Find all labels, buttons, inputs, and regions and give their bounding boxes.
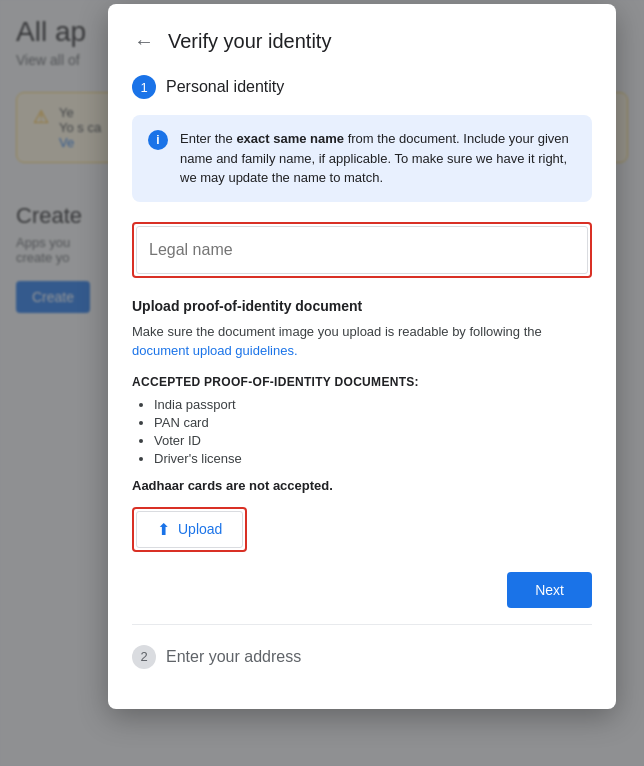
upload-button[interactable]: ⬆ Upload bbox=[136, 511, 243, 548]
upload-icon: ⬆ bbox=[157, 520, 170, 539]
step1-header: 1 Personal identity bbox=[132, 75, 592, 99]
modal-title: Verify your identity bbox=[168, 30, 331, 53]
legal-name-wrapper bbox=[132, 222, 592, 278]
verify-identity-modal: ← Verify your identity 1 Personal identi… bbox=[108, 4, 616, 709]
list-item: India passport bbox=[154, 397, 592, 412]
step1-title: Personal identity bbox=[166, 78, 284, 96]
step2-section: 2 Enter your address bbox=[132, 624, 592, 669]
step1-circle: 1 bbox=[132, 75, 156, 99]
info-text: Enter the exact same name from the docum… bbox=[180, 129, 576, 188]
list-item: PAN card bbox=[154, 415, 592, 430]
next-button[interactable]: Next bbox=[507, 572, 592, 608]
upload-title: Upload proof-of-identity document bbox=[132, 298, 592, 314]
next-row: Next bbox=[132, 572, 592, 608]
legal-name-input[interactable] bbox=[136, 226, 588, 274]
back-arrow-icon: ← bbox=[134, 30, 154, 53]
info-icon: i bbox=[148, 130, 168, 150]
accepted-title: ACCEPTED PROOF-OF-IDENTITY DOCUMENTS: bbox=[132, 375, 592, 389]
accepted-docs-list: India passport PAN card Voter ID Driver'… bbox=[132, 397, 592, 466]
upload-guidelines-link[interactable]: document upload guidelines. bbox=[132, 343, 298, 358]
list-item: Driver's license bbox=[154, 451, 592, 466]
list-item: Voter ID bbox=[154, 433, 592, 448]
upload-btn-wrapper: ⬆ Upload bbox=[132, 507, 247, 552]
upload-label: Upload bbox=[178, 521, 222, 537]
step2-title: Enter your address bbox=[166, 648, 301, 666]
back-button[interactable]: ← bbox=[132, 28, 156, 55]
upload-desc: Make sure the document image you upload … bbox=[132, 322, 592, 361]
modal-header: ← Verify your identity bbox=[132, 28, 592, 55]
info-box: i Enter the exact same name from the doc… bbox=[132, 115, 592, 202]
step2-circle: 2 bbox=[132, 645, 156, 669]
step1-section: 1 Personal identity i Enter the exact sa… bbox=[132, 75, 592, 608]
aadhaar-notice: Aadhaar cards are not accepted. bbox=[132, 478, 592, 493]
upload-section: Upload proof-of-identity document Make s… bbox=[132, 298, 592, 552]
step2-header: 2 Enter your address bbox=[132, 645, 592, 669]
